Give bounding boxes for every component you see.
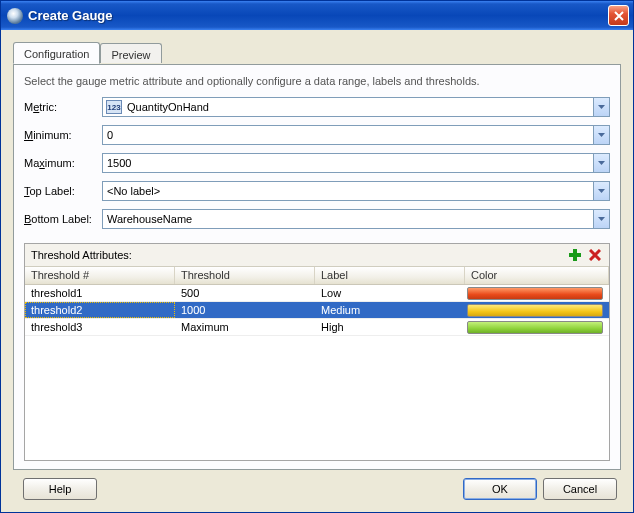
threshold-grid-header: Threshold # Threshold Label Color	[25, 267, 609, 285]
col-threshold-num[interactable]: Threshold #	[25, 267, 175, 284]
maximum-combo[interactable]: 1500	[102, 153, 610, 173]
cell-threshold-num: threshold1	[25, 285, 175, 301]
label-maximum: Maximum:	[24, 157, 102, 169]
description-text: Select the gauge metric attribute and op…	[24, 75, 610, 87]
titlebar: Create Gauge	[1, 1, 633, 30]
dialog-button-row: Help OK Cancel	[13, 470, 621, 504]
bottom-label-dropdown-arrow[interactable]	[593, 210, 609, 228]
metric-dropdown-arrow[interactable]	[593, 98, 609, 116]
maximum-value: 1500	[103, 157, 593, 169]
content-area: Configuration Preview Select the gauge m…	[1, 30, 633, 512]
threshold-title: Threshold Attributes:	[31, 249, 563, 261]
tab-panel-configuration: Select the gauge metric attribute and op…	[13, 64, 621, 470]
help-button-label: Help	[49, 483, 72, 495]
bottom-label-value: WarehouseName	[103, 213, 593, 225]
close-button[interactable]	[608, 5, 629, 26]
maximum-dropdown-arrow[interactable]	[593, 154, 609, 172]
top-label-combo[interactable]: <No label>	[102, 181, 610, 201]
col-label[interactable]: Label	[315, 267, 465, 284]
row-top-label: Top Label: <No label>	[24, 181, 610, 201]
table-row[interactable]: threshold1500Low	[25, 285, 609, 302]
numeric-type-icon: 123	[106, 100, 122, 114]
x-icon	[589, 249, 601, 261]
table-row[interactable]: threshold3MaximumHigh	[25, 319, 609, 336]
minimum-combo[interactable]: 0	[102, 125, 610, 145]
threshold-attributes-panel: Threshold Attributes: Threshold	[24, 243, 610, 461]
close-icon	[614, 11, 624, 21]
table-row[interactable]: threshold21000Medium	[25, 302, 609, 319]
threshold-header: Threshold Attributes:	[25, 244, 609, 267]
cell-color	[465, 285, 609, 301]
tabs: Configuration Preview	[13, 42, 621, 64]
col-color[interactable]: Color	[465, 267, 609, 284]
help-button[interactable]: Help	[23, 478, 97, 500]
label-bottom-label: Bottom Label:	[24, 213, 102, 225]
row-maximum: Maximum: 1500	[24, 153, 610, 173]
cell-threshold: Maximum	[175, 319, 315, 335]
minimum-value: 0	[103, 129, 593, 141]
create-gauge-window: Create Gauge Configuration Preview Selec…	[0, 0, 634, 513]
row-bottom-label: Bottom Label: WarehouseName	[24, 209, 610, 229]
label-top-label: Top Label:	[24, 185, 102, 197]
top-label-dropdown-arrow[interactable]	[593, 182, 609, 200]
svg-rect-1	[569, 253, 581, 257]
metric-combo[interactable]: 123 QuantityOnHand	[102, 97, 610, 117]
tab-preview[interactable]: Preview	[100, 43, 161, 63]
color-swatch[interactable]	[467, 287, 603, 300]
cell-label: Medium	[315, 302, 465, 318]
row-metric: Metric: 123 QuantityOnHand	[24, 97, 610, 117]
remove-threshold-button[interactable]	[587, 247, 603, 263]
cell-threshold: 500	[175, 285, 315, 301]
cell-threshold-num: threshold2	[25, 302, 175, 318]
col-threshold[interactable]: Threshold	[175, 267, 315, 284]
bottom-label-combo[interactable]: WarehouseName	[102, 209, 610, 229]
metric-value: QuantityOnHand	[125, 101, 593, 113]
cell-label: High	[315, 319, 465, 335]
cancel-button-label: Cancel	[563, 483, 597, 495]
app-icon	[7, 8, 23, 24]
row-minimum: Minimum: 0	[24, 125, 610, 145]
label-minimum: Minimum:	[24, 129, 102, 141]
cancel-button[interactable]: Cancel	[543, 478, 617, 500]
window-title: Create Gauge	[28, 8, 608, 23]
tab-configuration[interactable]: Configuration	[13, 42, 100, 64]
plus-icon	[568, 248, 582, 262]
chevron-down-icon	[598, 133, 605, 137]
label-metric: Metric:	[24, 101, 102, 113]
cell-threshold: 1000	[175, 302, 315, 318]
threshold-grid-body: threshold1500Lowthreshold21000Mediumthre…	[25, 285, 609, 460]
ok-button[interactable]: OK	[463, 478, 537, 500]
top-label-value: <No label>	[103, 185, 593, 197]
chevron-down-icon	[598, 105, 605, 109]
cell-threshold-num: threshold3	[25, 319, 175, 335]
add-threshold-button[interactable]	[567, 247, 583, 263]
color-swatch[interactable]	[467, 321, 603, 334]
cell-color	[465, 319, 609, 335]
cell-color	[465, 302, 609, 318]
ok-button-label: OK	[492, 483, 508, 495]
chevron-down-icon	[598, 161, 605, 165]
chevron-down-icon	[598, 217, 605, 221]
chevron-down-icon	[598, 189, 605, 193]
color-swatch[interactable]	[467, 304, 603, 317]
minimum-dropdown-arrow[interactable]	[593, 126, 609, 144]
cell-label: Low	[315, 285, 465, 301]
